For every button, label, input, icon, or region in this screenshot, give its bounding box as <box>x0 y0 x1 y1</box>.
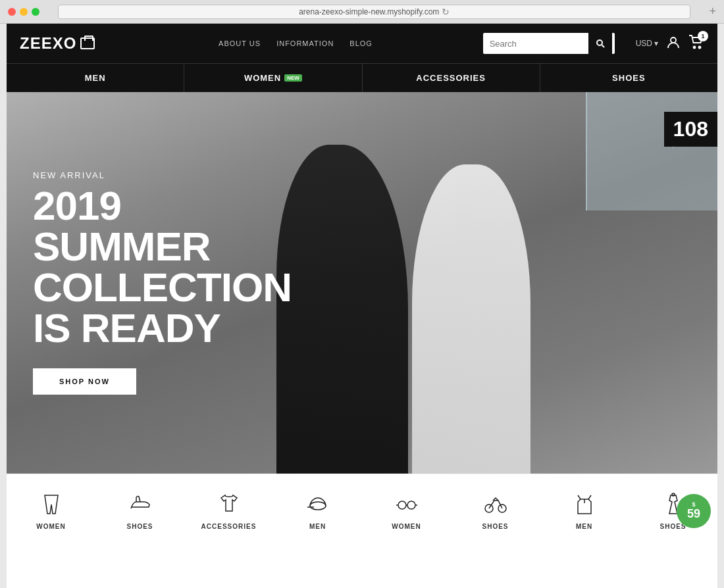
cat-nav-men-label: MEN <box>85 73 106 83</box>
nav-information[interactable]: INFORMATION <box>276 39 334 47</box>
promo-bubble[interactable]: $ 59 <box>677 494 711 528</box>
cat-icon-shoes-1[interactable]: SHOES <box>95 491 184 530</box>
coat-icon <box>571 491 598 518</box>
cat-icon-accessories[interactable]: ACCESSORIES <box>184 491 273 530</box>
dot-red[interactable] <box>8 8 16 16</box>
hero-title-line3: COLLECTION <box>33 267 292 308</box>
top-nav: ABOUT US INFORMATION BLOG <box>121 39 469 47</box>
cat-label-women-2: WOMEN <box>392 523 421 530</box>
address-bar[interactable]: arena-zeexo-simple-new.myshopify.com ↻ <box>58 5 690 19</box>
cap-icon <box>305 491 331 518</box>
cat-icon-women-2[interactable]: WOMEN <box>362 491 451 530</box>
logo[interactable]: ZEEXO <box>20 34 95 53</box>
cat-nav-men[interactable]: MEN <box>7 64 184 92</box>
hero-title: 2019 SUMMER COLLECTION IS READY <box>33 185 292 349</box>
currency-arrow: ▾ <box>654 39 658 48</box>
header-right: USD ▾ 1 <box>636 35 704 53</box>
svg-point-6 <box>398 501 406 509</box>
cat-label-women-1: WOMEN <box>36 523 65 530</box>
svg-point-7 <box>407 501 415 509</box>
hero-title-line1: 2019 <box>33 185 292 226</box>
logo-text: ZEEXO <box>20 34 76 53</box>
user-icon <box>666 35 681 49</box>
glasses-icon <box>394 491 420 518</box>
slide-number: 108 <box>664 112 717 147</box>
search-button[interactable] <box>588 33 612 54</box>
cat-nav-women-label: WOMEN <box>244 73 281 83</box>
cat-icon-men-2[interactable]: MEN <box>540 491 629 530</box>
hero-title-line2: SUMMER <box>33 226 292 267</box>
search-input[interactable] <box>483 39 588 49</box>
svg-point-2 <box>671 37 676 43</box>
svg-point-10 <box>672 493 675 496</box>
hero-section: NEW ARRIVAL 2019 SUMMER COLLECTION IS RE… <box>7 92 717 474</box>
svg-point-3 <box>694 46 696 48</box>
cart-icon-container[interactable]: 1 <box>688 35 704 53</box>
cart-badge: 1 <box>698 31 708 41</box>
pants-icon <box>38 491 65 518</box>
cat-nav-shoes-label: SHOES <box>612 73 646 83</box>
cat-label-men-2: MEN <box>576 523 592 530</box>
cat-label-accessories: ACCESSORIES <box>201 523 257 530</box>
nav-blog[interactable]: BLOG <box>349 39 373 47</box>
browser-chrome: arena-zeexo-simple-new.myshopify.com ↻ + <box>0 0 724 24</box>
hero-content: NEW ARRIVAL 2019 SUMMER COLLECTION IS RE… <box>33 170 292 395</box>
cat-nav-accessories[interactable]: ACCESSORIES <box>363 64 540 92</box>
cat-icon-men-1[interactable]: MEN <box>273 491 362 530</box>
cat-label-shoes-3: SHOES <box>659 523 686 530</box>
category-nav: MEN WOMEN NEW ACCESSORIES SHOES <box>7 63 717 92</box>
cat-icon-shoes-2[interactable]: SHOES <box>451 491 540 530</box>
new-tab-button[interactable]: + <box>709 5 716 18</box>
site-wrapper: ZEEXO ABOUT US INFORMATION BLOG USD ▾ <box>7 24 717 588</box>
nav-about[interactable]: ABOUT US <box>219 39 261 47</box>
dot-yellow[interactable] <box>20 8 28 16</box>
top-header: ZEEXO ABOUT US INFORMATION BLOG USD ▾ <box>7 24 717 63</box>
hero-title-line4: IS READY <box>33 308 292 349</box>
url-text: arena-zeexo-simple-new.myshopify.com <box>299 7 439 16</box>
cat-label-shoes-2: SHOES <box>482 523 508 530</box>
cat-label-shoes-1: SHOES <box>126 523 153 530</box>
svg-point-0 <box>597 40 602 45</box>
user-icon-container[interactable] <box>666 35 681 53</box>
bike-icon <box>482 491 509 518</box>
cat-icon-women-1[interactable]: WOMEN <box>7 491 95 530</box>
svg-point-5 <box>310 502 326 510</box>
svg-line-1 <box>602 45 604 48</box>
hero-subtitle: NEW ARRIVAL <box>33 170 292 180</box>
bottom-categories: WOMEN SHOES ACCESSORIES MEN <box>7 474 717 547</box>
cat-nav-women[interactable]: WOMEN NEW <box>184 64 362 92</box>
browser-dots <box>8 8 39 16</box>
currency-text: USD <box>636 39 652 48</box>
search-icon <box>596 39 605 48</box>
tshirt-icon <box>216 491 242 518</box>
svg-point-4 <box>699 46 701 48</box>
dot-green[interactable] <box>32 8 39 16</box>
search-bar <box>483 33 615 54</box>
currency-selector[interactable]: USD ▾ <box>636 39 658 48</box>
shoes-icon <box>127 491 153 518</box>
cat-label-men-1: MEN <box>309 523 326 530</box>
promo-amount: 59 <box>687 508 700 520</box>
new-badge: NEW <box>284 74 302 82</box>
shop-now-button[interactable]: SHOP NOW <box>33 368 136 395</box>
reload-button[interactable]: ↻ <box>442 7 450 17</box>
cat-nav-shoes[interactable]: SHOES <box>540 64 717 92</box>
cat-nav-accessories-label: ACCESSORIES <box>416 73 486 83</box>
logo-bag-icon <box>80 37 95 49</box>
